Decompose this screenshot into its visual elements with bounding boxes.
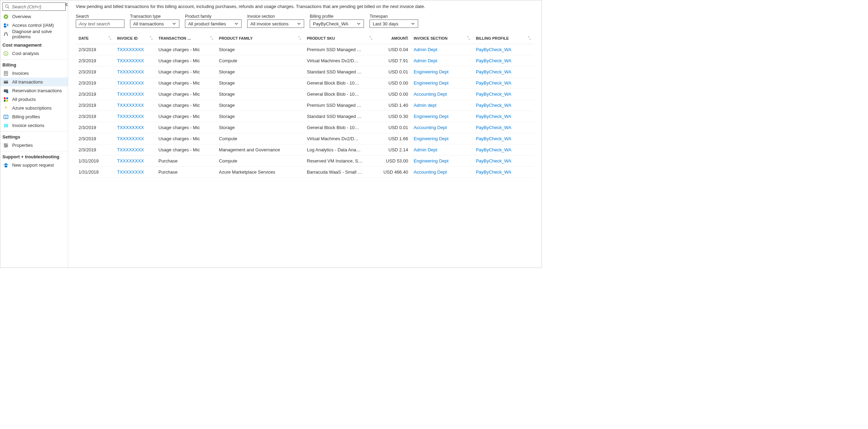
sidebar-item-restx[interactable]: Reservation transactions	[0, 86, 68, 95]
sidebar-item-invsec[interactable]: Invoice sections	[0, 121, 68, 130]
cell-invoice-section[interactable]: Engineering Dept	[411, 78, 473, 89]
svg-rect-21	[4, 100, 6, 102]
table-row[interactable]: 2/3/2019TXXXXXXXXUsage charges - MicStor…	[76, 111, 534, 122]
table-row[interactable]: 2/3/2019TXXXXXXXXUsage charges - MicComp…	[76, 55, 534, 66]
cell-product-family: Storage	[216, 66, 304, 78]
sidebar-item-cost[interactable]: $Cost analysis	[0, 49, 68, 58]
cell-product-sku: Standard SSD Managed …	[304, 111, 376, 122]
cell-invoice-id[interactable]: TXXXXXXXX	[114, 111, 156, 122]
sidebar-item-invoice[interactable]: Invoices	[0, 69, 68, 78]
cell-billing-profile[interactable]: PayByCheck_WA	[473, 78, 534, 89]
sidebar-item-support[interactable]: New support request	[0, 161, 68, 169]
cell-billing-profile[interactable]: PayByCheck_WA	[473, 100, 534, 111]
cell-billing-profile[interactable]: PayByCheck_WA	[473, 122, 534, 133]
cell-billing-profile[interactable]: PayByCheck_WA	[473, 66, 534, 78]
sidebar-section-head: Billing	[0, 59, 68, 69]
column-header[interactable]: TRANSACTION …	[156, 34, 216, 44]
sidebar-section-head: Cost management	[0, 40, 68, 49]
cell-billing-profile[interactable]: PayByCheck_WA	[473, 44, 534, 55]
table-row[interactable]: 2/3/2019TXXXXXXXXUsage charges - MicStor…	[76, 100, 534, 111]
cell-invoice-section[interactable]: Accounting Dept	[411, 89, 473, 100]
cell-invoice-id[interactable]: TXXXXXXXX	[114, 156, 156, 167]
cell-billing-profile[interactable]: PayByCheck_WA	[473, 167, 534, 178]
cell-invoice-section[interactable]: Admin Dept	[411, 44, 473, 55]
cell-product-sku: Virtual Machines Dv2/D…	[304, 133, 376, 144]
sidebar-item-props[interactable]: Properties	[0, 141, 68, 150]
sidebar-item-access[interactable]: Access control (IAM)	[0, 21, 68, 30]
table-row[interactable]: 2/3/2019TXXXXXXXXUsage charges - MicStor…	[76, 66, 534, 78]
cell-transaction: Purchase	[156, 167, 216, 178]
table-row[interactable]: 2/3/2019TXXXXXXXXUsage charges - MicComp…	[76, 133, 534, 144]
filter-search-input[interactable]: Any text search	[76, 19, 124, 28]
collapse-sidebar-button[interactable]	[65, 2, 70, 8]
table-row[interactable]: 2/3/2019TXXXXXXXXUsage charges - MicStor…	[76, 89, 534, 100]
filter-timespan-select[interactable]: Last 30 days	[370, 19, 418, 28]
column-header[interactable]: INVOICE SECTION	[411, 34, 473, 44]
cell-invoice-section[interactable]: Admin Dept	[411, 144, 473, 156]
sidebar-item-alltx[interactable]: All transactions	[0, 78, 68, 86]
column-header[interactable]: DATE	[76, 34, 114, 44]
sidebar-section-head: Support + troubleshooting	[0, 151, 68, 161]
cell-invoice-id[interactable]: TXXXXXXXX	[114, 167, 156, 178]
access-icon	[3, 23, 9, 28]
main-content: View pending and billed transactions for…	[68, 0, 542, 268]
cell-invoice-section[interactable]: Accounting Dept	[411, 122, 473, 133]
cell-invoice-section[interactable]: Admin Dept	[411, 55, 473, 66]
filter-txtype-select[interactable]: All transactions	[130, 19, 179, 28]
cell-invoice-id[interactable]: TXXXXXXXX	[114, 66, 156, 78]
cell-invoice-id[interactable]: TXXXXXXXX	[114, 55, 156, 66]
sidebar-item-products[interactable]: All products	[0, 95, 68, 104]
cell-invoice-section[interactable]: Admin dept	[411, 100, 473, 111]
table-row[interactable]: 2/3/2019TXXXXXXXXUsage charges - MicStor…	[76, 78, 534, 89]
table-row[interactable]: 2/3/2019TXXXXXXXXUsage charges - MicStor…	[76, 122, 534, 133]
column-header[interactable]: AMOUNT	[375, 34, 411, 44]
cell-invoice-section[interactable]: Engineering Dept	[411, 133, 473, 144]
table-row[interactable]: 1/31/2019TXXXXXXXXPurchaseAzure Marketpl…	[76, 167, 534, 178]
svg-rect-37	[7, 164, 8, 165]
cell-date: 2/3/2019	[76, 89, 114, 100]
cell-billing-profile[interactable]: PayByCheck_WA	[473, 156, 534, 167]
cell-invoice-id[interactable]: TXXXXXXXX	[114, 144, 156, 156]
sidebar-item-profiles[interactable]: $Billing profiles	[0, 112, 68, 121]
table-row[interactable]: 2/3/2019TXXXXXXXXUsage charges - MicStor…	[76, 44, 534, 55]
column-header[interactable]: PRODUCT FAMILY	[216, 34, 304, 44]
cell-invoice-section[interactable]: Engineering Dept	[411, 156, 473, 167]
sidebar-item-diagnose[interactable]: Diagnose and solve problems	[0, 30, 68, 38]
svg-rect-5	[4, 26, 6, 27]
sidebar-item-label: All transactions	[12, 79, 43, 85]
support-icon	[3, 162, 9, 168]
cell-invoice-id[interactable]: TXXXXXXXX	[114, 122, 156, 133]
cell-date: 1/31/2019	[76, 156, 114, 167]
cell-billing-profile[interactable]: PayByCheck_WA	[473, 89, 534, 100]
cell-invoice-id[interactable]: TXXXXXXXX	[114, 100, 156, 111]
cell-invoice-id[interactable]: TXXXXXXXX	[114, 133, 156, 144]
cell-invoice-id[interactable]: TXXXXXXXX	[114, 89, 156, 100]
cell-product-sku: Premium SSD Managed …	[304, 100, 376, 111]
cell-billing-profile[interactable]: PayByCheck_WA	[473, 133, 534, 144]
cell-invoice-section[interactable]: Engineering Dept	[411, 111, 473, 122]
cell-billing-profile[interactable]: PayByCheck_WA	[473, 55, 534, 66]
svg-rect-27	[7, 124, 8, 127]
sidebar-item-subs[interactable]: Azure subscriptions	[0, 104, 68, 112]
cell-billing-profile[interactable]: PayByCheck_WA	[473, 111, 534, 122]
cell-amount: USD 0.04	[375, 44, 411, 55]
column-header[interactable]: INVOICE ID	[114, 34, 156, 44]
sidebar-search[interactable]: Search (Ctrl+/)	[2, 2, 66, 11]
filter-insec-select[interactable]: All invoice sections	[247, 19, 304, 28]
filter-bprof-select[interactable]: PayByCheck_WA	[310, 19, 364, 28]
cell-product-sku: Premium SSD Managed …	[304, 44, 376, 55]
table-row[interactable]: 2/3/2019TXXXXXXXXUsage charges - MicMana…	[76, 144, 534, 156]
filter-invoice-section: Invoice section All invoice sections	[247, 14, 304, 28]
filter-pfamily-select[interactable]: All product families	[185, 19, 242, 28]
cell-billing-profile[interactable]: PayByCheck_WA	[473, 144, 534, 156]
cell-invoice-id[interactable]: TXXXXXXXX	[114, 78, 156, 89]
sidebar-item-overview[interactable]: Overview	[0, 12, 68, 21]
table-row[interactable]: 1/31/2019TXXXXXXXXPurchaseComputeReserve…	[76, 156, 534, 167]
cell-product-family: Compute	[216, 55, 304, 66]
cell-invoice-section[interactable]: Accounting Dept	[411, 167, 473, 178]
cost-icon: $	[3, 51, 9, 56]
cell-invoice-id[interactable]: TXXXXXXXX	[114, 44, 156, 55]
column-header[interactable]: BILLING PROFILE	[473, 34, 534, 44]
cell-invoice-section[interactable]: Engineering Dept	[411, 66, 473, 78]
column-header[interactable]: PRODUCT SKU	[304, 34, 376, 44]
